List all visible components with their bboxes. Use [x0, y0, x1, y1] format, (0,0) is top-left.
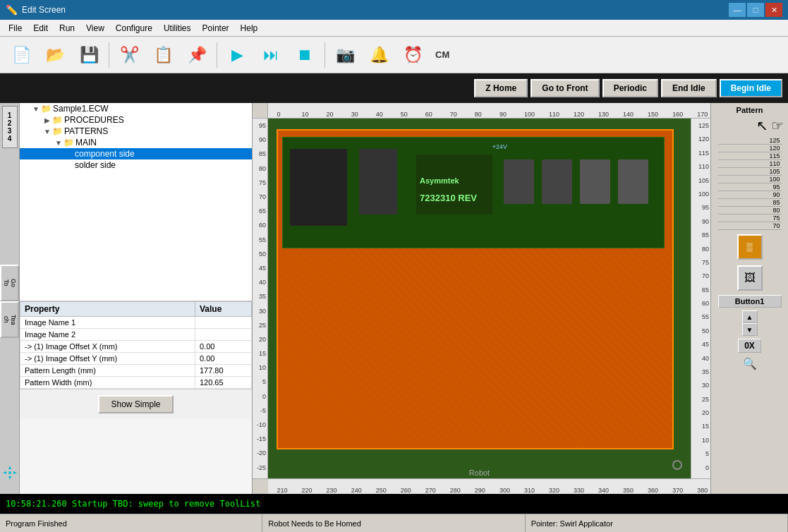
property-row: Image Name 2: [20, 329, 252, 341]
cut-button[interactable]: ✂️: [114, 40, 145, 71]
svg-marker-1: [8, 476, 11, 480]
right-ruler-tick: 105: [718, 168, 782, 176]
stop-icon: ⏹: [297, 46, 313, 64]
z-home-button[interactable]: Z Home: [474, 79, 528, 97]
teach-button[interactable]: Teach: [0, 301, 19, 338]
property-row: Pattern Width (mm)120.65: [20, 377, 252, 389]
tree-node-patterns[interactable]: ▼ 📁 PATTERNS: [20, 126, 252, 137]
play-button[interactable]: ▶: [222, 40, 253, 71]
orange-panel-button[interactable]: ▒: [737, 234, 763, 260]
ruler-tick: 80: [475, 111, 482, 118]
menu-item-file[interactable]: File: [3, 22, 28, 35]
horizontal-ruler-bottom: 2102202302402502602702802903003103203303…: [268, 478, 710, 494]
menu-item-edit[interactable]: Edit: [28, 22, 54, 35]
property-value[interactable]: 177.80: [195, 365, 251, 377]
svg-point-4: [8, 471, 11, 474]
menu-item-configure[interactable]: Configure: [110, 22, 158, 35]
ruler-tick-right: 25: [702, 396, 709, 403]
image-button[interactable]: 🖼: [737, 265, 763, 291]
ox-button[interactable]: 0X: [738, 339, 761, 353]
copy-icon: 📋: [154, 46, 173, 64]
ruler-tick: 230: [327, 487, 337, 494]
copy-button[interactable]: 📋: [147, 40, 178, 71]
paste-button[interactable]: 📌: [181, 40, 212, 71]
property-value[interactable]: [195, 329, 251, 341]
property-value[interactable]: 120.65: [195, 377, 251, 389]
menu-item-pointer[interactable]: Pointer: [197, 22, 235, 35]
minimize-button[interactable]: —: [729, 3, 746, 17]
ruler-tick-right: 105: [698, 177, 709, 184]
ruler-tick: 130: [598, 111, 609, 118]
new-button[interactable]: 📄: [6, 40, 37, 71]
property-row: -> (1) Image Offset X (mm)0.00: [20, 341, 252, 353]
tree-node-solder-side[interactable]: solder side: [20, 159, 252, 171]
svg-marker-3: [13, 471, 17, 474]
right-ruler-tick: 70: [718, 222, 782, 230]
ruler-tick-right: 115: [698, 150, 709, 157]
ruler-tick-v: 85: [259, 150, 266, 157]
ruler-tick-right: 15: [702, 423, 709, 430]
menu-item-run[interactable]: Run: [54, 22, 80, 35]
open-icon: 📂: [46, 46, 65, 64]
end-idle-button[interactable]: End Idle: [661, 79, 717, 97]
button1-label[interactable]: Button1: [718, 295, 782, 308]
ruler-tick: 50: [401, 111, 408, 118]
goto-button[interactable]: GoTo: [0, 265, 19, 301]
save-button[interactable]: 💾: [73, 40, 104, 71]
scroll-down-button[interactable]: ▼: [742, 323, 758, 336]
ruler-tick: 280: [450, 487, 461, 494]
alarm-button[interactable]: ⏰: [397, 40, 428, 71]
open-button[interactable]: 📂: [40, 40, 71, 71]
maximize-button[interactable]: □: [747, 3, 764, 17]
property-name: Pattern Length (mm): [20, 365, 195, 377]
bell-button[interactable]: 🔔: [363, 40, 394, 71]
property-value[interactable]: 0.00: [195, 353, 251, 365]
ruler-tick-v: 15: [259, 350, 266, 357]
ruler-tick-v: 90: [259, 136, 266, 143]
paste-icon: 📌: [188, 46, 207, 64]
menu-item-utilities[interactable]: Utilities: [158, 22, 197, 35]
cursor-icon[interactable]: ↖: [756, 117, 768, 134]
skip-button[interactable]: ⏭: [255, 40, 286, 71]
number-pad[interactable]: 1234: [2, 106, 18, 148]
stop-button[interactable]: ⏹: [289, 40, 320, 71]
skip-icon: ⏭: [263, 46, 279, 64]
hand-icon[interactable]: ☞: [771, 117, 784, 134]
scroll-up-button[interactable]: ▲: [742, 310, 758, 323]
ruler-tick: 380: [697, 487, 708, 494]
statusbar: Program Finished Robot Needs to Be Homed…: [0, 514, 788, 532]
ruler-tick-v: 30: [259, 308, 266, 315]
tree-node-sample[interactable]: ▼ 📁 Sample1.ECW: [20, 103, 252, 114]
show-simple-button[interactable]: Show Simple: [98, 395, 173, 413]
titlebar: ✏️ Edit Screen — □ ✕: [0, 0, 788, 20]
tree-node-procedures[interactable]: ▶ 📁 PROCEDURES: [20, 114, 252, 126]
close-button[interactable]: ✕: [765, 3, 782, 17]
menu-item-view[interactable]: View: [80, 22, 110, 35]
ruler-tick-right: 90: [702, 218, 709, 225]
right-vertical-ruler: 1251201151101051009590858075706560555045…: [691, 119, 710, 478]
tree-node-main[interactable]: ▼ 📁 MAIN: [20, 137, 252, 148]
value-col-header: Value: [195, 302, 251, 317]
ruler-tick: 40: [376, 111, 383, 118]
ruler-tick: 310: [524, 487, 535, 494]
ruler-tick-right: 120: [698, 135, 709, 143]
tree-node-component-side[interactable]: component side: [20, 148, 252, 159]
right-scale-ruler: 125120115110105100959085807570: [718, 137, 782, 230]
ruler-tick-v: 40: [259, 279, 266, 286]
toolbar-sep1: [109, 42, 109, 68]
ruler-tick: 110: [549, 111, 559, 118]
zoom-button[interactable]: 🔍: [743, 357, 757, 370]
menu-item-help[interactable]: Help: [235, 22, 264, 35]
crosshair-indicator: [672, 460, 682, 470]
property-value[interactable]: [195, 317, 251, 329]
begin-idle-button[interactable]: Begin Idle: [720, 79, 782, 97]
right-ruler-tick: 125: [718, 137, 782, 145]
right-ruler-tick: 120: [718, 145, 782, 152]
board-viewport[interactable]: Asymmtek 7232310 REV +24V Robot: [268, 119, 691, 478]
ruler-tick-right: 95: [702, 204, 709, 211]
periodic-button[interactable]: Periodic: [602, 79, 658, 97]
camera-button[interactable]: 📷: [329, 40, 360, 71]
go-to-front-button[interactable]: Go to Front: [531, 79, 599, 97]
arrow-cross[interactable]: [0, 452, 19, 494]
property-value[interactable]: 0.00: [195, 341, 251, 353]
